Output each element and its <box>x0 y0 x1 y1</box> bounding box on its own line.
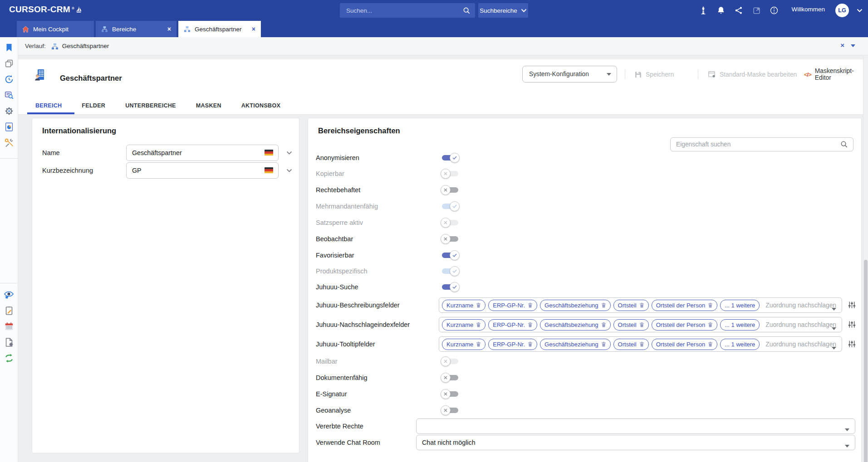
history-close-icon[interactable]: × <box>840 42 844 49</box>
more-icon[interactable] <box>769 5 779 15</box>
section-tab-unterbereiche[interactable]: UNTERBEREICHE <box>125 97 176 114</box>
field-chip[interactable]: Ortsteil <box>613 339 649 350</box>
sync-icon[interactable] <box>3 352 15 364</box>
lighthouse-icon[interactable] <box>698 5 708 15</box>
verwende-chat-room-select[interactable]: Chat nicht möglich <box>416 435 855 450</box>
trash-icon[interactable] <box>601 341 606 347</box>
favorisierbar-toggle[interactable] <box>441 250 460 260</box>
history-icon[interactable] <box>3 73 15 85</box>
trash-icon[interactable] <box>708 341 713 347</box>
caret-down-icon[interactable] <box>832 304 836 312</box>
close-tab-icon[interactable]: × <box>167 26 171 32</box>
history-entry[interactable]: Geschäftspartner <box>51 43 109 50</box>
field-chip[interactable]: ERP-GP-Nr. <box>488 319 537 331</box>
bell-icon[interactable] <box>716 5 726 15</box>
field-chip[interactable]: ERP-GP-Nr. <box>488 339 537 350</box>
section-tab-bereich[interactable]: BEREICH <box>35 97 62 114</box>
trash-icon[interactable] <box>476 341 481 347</box>
user-menu-chevron-icon[interactable] <box>857 9 863 13</box>
search-icon[interactable] <box>463 7 471 15</box>
vertical-scrollbar[interactable] <box>863 56 868 462</box>
beobachtbar-toggle[interactable] <box>441 234 460 244</box>
section-tab-aktionsbox[interactable]: AKTIONSBOX <box>241 97 280 114</box>
trash-icon[interactable] <box>528 341 533 347</box>
field-chip[interactable]: Ortsteil <box>613 319 649 331</box>
edit-clipboard-icon[interactable] <box>3 305 15 316</box>
dokumentenf-hig-toggle[interactable] <box>441 373 460 383</box>
query-search-icon[interactable] <box>3 89 15 101</box>
expand-translations-chevron-icon[interactable] <box>286 169 292 173</box>
kurzbezeichnung-input[interactable] <box>126 162 279 179</box>
process-gear-icon[interactable] <box>3 105 15 117</box>
expand-translations-chevron-icon[interactable] <box>286 151 292 155</box>
trash-icon[interactable] <box>708 322 713 327</box>
field-chip[interactable]: Kurzname <box>442 300 485 311</box>
trash-icon[interactable] <box>528 302 533 308</box>
tune-settings-icon[interactable] <box>848 320 856 329</box>
tune-settings-icon[interactable] <box>848 301 856 309</box>
doc-tab-mein-cockpit[interactable]: Mein Cockpit <box>17 21 94 37</box>
field-chip[interactable]: Ortsteil der Person <box>652 339 717 350</box>
section-tab-masken[interactable]: MASKEN <box>196 97 221 114</box>
field-chip[interactable]: ERP-GP-Nr. <box>488 300 537 311</box>
caret-down-icon[interactable] <box>832 343 836 351</box>
trash-icon[interactable] <box>708 302 713 308</box>
tools-icon[interactable] <box>3 137 15 149</box>
copy-icon[interactable] <box>3 58 15 69</box>
trash-icon[interactable] <box>639 302 644 308</box>
save-button[interactable]: Speichern <box>634 69 674 79</box>
field-chip[interactable]: Geschäftsbeziehung <box>540 319 611 331</box>
name-input[interactable] <box>126 145 279 161</box>
more-chip[interactable]: ... 1 weitere <box>720 300 760 311</box>
rechtebehaftet-toggle[interactable] <box>441 185 460 195</box>
field-chip[interactable]: Geschäftsbeziehung <box>540 339 611 350</box>
caret-down-icon[interactable] <box>845 442 849 449</box>
juhuuu-tooltipfelder-field[interactable]: KurznameERP-GP-Nr.GeschäftsbeziehungOrts… <box>439 336 842 352</box>
calendar-icon[interactable] <box>3 321 15 332</box>
tune-settings-icon[interactable] <box>848 340 856 348</box>
close-tab-icon[interactable]: × <box>252 26 255 32</box>
field-chip[interactable]: Kurzname <box>442 319 485 331</box>
global-search-input[interactable] <box>340 7 463 14</box>
trash-icon[interactable] <box>601 302 606 308</box>
field-chip[interactable]: Geschäftsbeziehung <box>540 300 611 311</box>
doc-tab-bereiche[interactable]: Bereiche× <box>96 21 177 37</box>
bookmark-icon[interactable] <box>3 42 15 53</box>
more-chip[interactable]: ... 1 weitere <box>720 319 760 331</box>
report-icon[interactable] <box>3 121 15 133</box>
trash-icon[interactable] <box>476 322 481 327</box>
trash-icon[interactable] <box>476 302 481 308</box>
mask-script-editor-button[interactable]: </> Maskenskript-Editor <box>804 69 868 79</box>
configuration-dropdown[interactable]: System-Konfiguration <box>522 66 617 83</box>
vererbte-rechte-select[interactable] <box>416 418 855 434</box>
field-chip[interactable]: Ortsteil <box>613 300 649 311</box>
juhuuu-nachschlageindexfelder-field[interactable]: KurznameERP-GP-Nr.GeschäftsbeziehungOrts… <box>439 317 842 332</box>
watch-favorite-icon[interactable] <box>3 289 15 301</box>
juhuuu-beschreibungsfelder-field[interactable]: KurznameERP-GP-Nr.GeschäftsbeziehungOrts… <box>439 297 842 313</box>
section-tab-felder[interactable]: FELDER <box>82 97 105 114</box>
avatar[interactable]: LG <box>835 4 849 17</box>
history-expand-caret-icon[interactable] <box>851 44 855 47</box>
e-signatur-toggle[interactable] <box>441 389 460 399</box>
trash-icon[interactable] <box>639 322 644 327</box>
trash-icon[interactable] <box>639 341 644 347</box>
juhuuu-suche-toggle[interactable] <box>441 282 460 292</box>
document-settings-icon[interactable] <box>3 336 15 348</box>
more-chip[interactable]: ... 1 weitere <box>720 339 760 350</box>
trash-icon[interactable] <box>601 322 606 327</box>
field-chip[interactable]: Kurzname <box>442 339 485 350</box>
field-chip[interactable]: Ortsteil der Person <box>652 319 717 331</box>
property-search-input[interactable] <box>671 141 840 148</box>
geoanalyse-toggle[interactable] <box>441 405 460 415</box>
doc-tab-gesch-ftspartner[interactable]: Geschäftspartner× <box>178 21 261 37</box>
search-scope-button[interactable]: Suchbereiche <box>478 3 528 18</box>
trash-icon[interactable] <box>528 322 533 327</box>
caret-down-icon[interactable] <box>832 324 836 332</box>
field-chip[interactable]: Ortsteil der Person <box>652 300 717 311</box>
caret-down-icon[interactable] <box>845 425 849 433</box>
share-icon[interactable] <box>734 5 744 15</box>
anonymisieren-toggle[interactable] <box>441 153 460 163</box>
edit-standard-mask-button[interactable]: Standard-Maske bearbeiten <box>708 69 797 79</box>
search-icon[interactable] <box>840 141 848 148</box>
external-link-icon[interactable] <box>751 5 761 15</box>
